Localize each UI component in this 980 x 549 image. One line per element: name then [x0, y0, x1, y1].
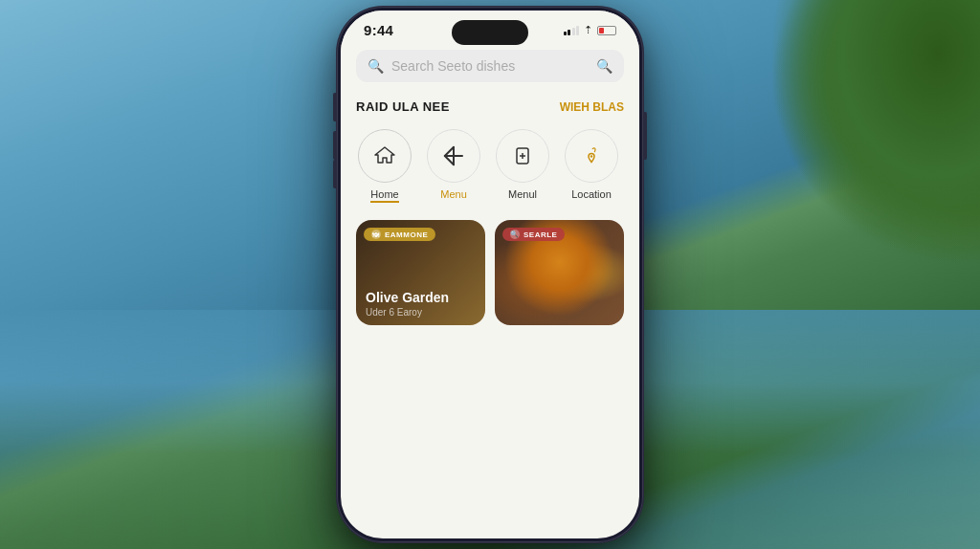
- card-food[interactable]: 🔍 SEARLE: [495, 220, 624, 325]
- nav-item-location[interactable]: Location: [563, 129, 620, 203]
- menu2-icon-circle: [496, 129, 549, 183]
- card2-badge: 🔍 SEARLE: [502, 228, 565, 241]
- phone-screen: 9:44 ⇡: [341, 11, 639, 538]
- search-icon-left: 🔍: [368, 58, 384, 74]
- bar3: [572, 28, 575, 35]
- home-label: Home: [370, 188, 398, 203]
- bar1: [564, 32, 567, 35]
- card1-badge-text: EAMMONE: [385, 231, 428, 239]
- home-icon-circle: [358, 129, 412, 183]
- card1-content: Olive Garden Uder 6 Earoy: [356, 282, 485, 325]
- search-placeholder: Search Seeto dishes: [391, 58, 589, 74]
- menu2-label: Menul: [508, 188, 537, 200]
- nav-item-home[interactable]: Home: [356, 129, 413, 203]
- battery-icon: [597, 26, 616, 35]
- location-label: Location: [571, 188, 612, 200]
- card1-badge-icon: 🍽: [371, 230, 381, 239]
- search-bar[interactable]: 🔍 Search Seeto dishes 🔍: [356, 50, 624, 82]
- phone-frame: 9:44 ⇡: [337, 7, 643, 542]
- battery-fill: [599, 28, 604, 33]
- bar4: [576, 26, 579, 35]
- bar2: [568, 30, 570, 35]
- menu-icon-circle: [427, 129, 480, 183]
- location-svg-icon: [579, 143, 604, 168]
- cards-row: 🍽 EAMMONE Olive Garden Uder 6 Earoy 🔍: [356, 220, 624, 325]
- wifi-icon: ⇡: [584, 24, 592, 36]
- dynamic-island: [452, 20, 528, 45]
- search-icon-right: 🔍: [596, 58, 612, 74]
- card2-badge-icon: 🔍: [510, 230, 520, 239]
- section-header: RAID ULA NEE WIEH BLAS: [356, 99, 624, 114]
- section-link[interactable]: WIEH BLAS: [560, 100, 624, 114]
- card1-subtitle: Uder 6 Earoy: [366, 307, 476, 318]
- svg-point-8: [590, 155, 592, 157]
- status-time: 9:44: [364, 22, 393, 38]
- section-title: RAID ULA NEE: [356, 99, 450, 114]
- menu-svg-icon: [441, 143, 466, 168]
- card2-badge-text: SEARLE: [523, 231, 557, 239]
- card1-badge: 🍽 EAMMONE: [364, 228, 435, 241]
- nav-item-menu[interactable]: Menu: [425, 129, 482, 203]
- phone-device: 9:44 ⇡: [337, 7, 643, 542]
- card-olive-garden[interactable]: 🍽 EAMMONE Olive Garden Uder 6 Earoy: [356, 220, 485, 325]
- home-svg-icon: [372, 143, 397, 168]
- nav-icons-row: Home Menu: [356, 129, 624, 203]
- nav-item-menu2[interactable]: Menul: [494, 129, 551, 203]
- signal-icon: [564, 26, 580, 35]
- card1-title: Olive Garden: [366, 290, 476, 305]
- location-icon-circle: [565, 129, 618, 183]
- svg-rect-2: [444, 155, 463, 157]
- app-content: 🔍 Search Seeto dishes 🔍 RAID ULA NEE WIE…: [341, 42, 639, 325]
- menu2-svg-icon: [510, 143, 535, 168]
- status-bar: 9:44 ⇡: [341, 11, 639, 42]
- menu-label: Menu: [440, 188, 467, 200]
- status-icons: ⇡: [564, 24, 617, 36]
